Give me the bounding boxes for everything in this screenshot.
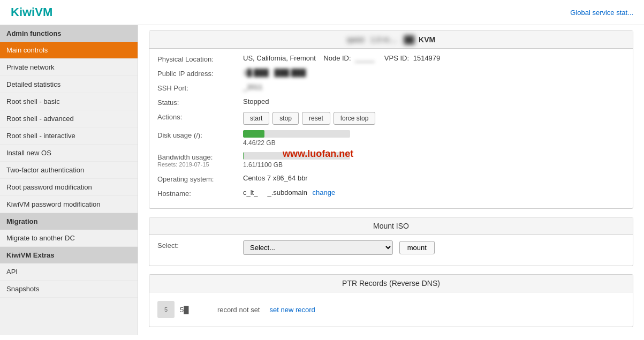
layout: Admin functions Main controls Private ne… [0, 25, 644, 335]
sidebar-item-migrate-dc[interactable]: Migrate to another DC [0, 230, 138, 247]
change-hostname-link[interactable]: change [313, 188, 336, 197]
ptr-records-body: 5 5█ record not set set new record [149, 292, 633, 327]
public-ip-label: Public IP address: [157, 69, 243, 78]
status-label: Status: [157, 97, 243, 107]
sidebar-item-install-new-os[interactable]: Install new OS [0, 145, 138, 162]
disk-usage-text: 4.46/22 GB [243, 139, 625, 147]
force-stop-button[interactable]: force stop [334, 112, 376, 125]
ptr-records-panel: PTR Records (Reverse DNS) 5 5█ record no… [149, 274, 633, 327]
disk-progress-fill [243, 130, 264, 138]
bandwidth-reset: Resets: 2019-07-15 [157, 161, 243, 168]
ptr-row: 5 5█ record not set set new record [157, 298, 625, 321]
node-id-label: Node ID: [323, 54, 351, 62]
main-content: www.luofan.net qwiot 1.0 m.... ██ KVM Ph… [138, 25, 644, 335]
reset-button[interactable]: reset [302, 112, 330, 125]
public-ip-row: Public IP address: 1█.███ ███.███ [157, 69, 625, 78]
header: KiwiVM Global service stat... [0, 0, 644, 25]
actions-row: Actions: start stop reset force stop [157, 112, 625, 125]
kiwi-extras-title: KiwiVM Extras [0, 247, 138, 263]
hostname-value: c_lt_ _.subdomain change [243, 188, 625, 197]
iso-select[interactable]: Select... [243, 240, 393, 255]
ssh-port-value: _2011 [243, 83, 625, 91]
ptr-icon: 5 [157, 301, 175, 318]
physical-location-value: US, California, Fremont Node ID: _____ V… [243, 54, 625, 62]
mount-iso-value: Select... mount [243, 240, 625, 255]
ptr-ip: 5█ [180, 306, 212, 314]
sidebar-item-two-factor-auth[interactable]: Two-factor authentication [0, 162, 138, 179]
disk-progress-container [243, 130, 350, 138]
disk-usage-value: 4.46/22 GB [243, 130, 625, 147]
sidebar-item-root-shell-basic[interactable]: Root shell - basic [0, 93, 138, 110]
vps-id-label: VPS ID: [384, 54, 409, 62]
sidebar-item-api[interactable]: API [0, 263, 138, 281]
mount-iso-panel: Mount ISO Select: Select... mount [149, 217, 633, 266]
os-label: Operating system: [157, 174, 243, 183]
mount-iso-row: Select: Select... mount [157, 240, 625, 255]
ptr-status: record not set [217, 306, 260, 314]
sidebar-item-root-password[interactable]: Root password modification [0, 179, 138, 196]
panel-title-blurred: qwiot 1.0 m.... ██ [347, 35, 414, 44]
sidebar-item-root-shell-interactive[interactable]: Root shell - interactive [0, 127, 138, 145]
admin-functions-title: Admin functions [0, 25, 138, 42]
panel-body: Physical Location: US, California, Fremo… [149, 49, 633, 208]
mount-button[interactable]: mount [399, 241, 435, 254]
hostname-label: Hostname: [157, 188, 243, 198]
bandwidth-row: Bandwidth usage: Resets: 2019-07-15 1.61… [157, 152, 625, 169]
vps-id-value: 1514979 [413, 54, 441, 62]
sidebar-item-detailed-statistics[interactable]: Detailed statistics [0, 76, 138, 93]
sidebar-item-private-network[interactable]: Private network [0, 59, 138, 76]
global-service-link[interactable]: Global service stat... [570, 9, 633, 17]
watermark: www.luofan.net [283, 148, 353, 160]
panel-title-kvm: KVM [419, 35, 435, 44]
hostname-text: c_lt_ _.subdomain [243, 188, 307, 197]
stop-button[interactable]: stop [272, 112, 299, 125]
action-buttons: start stop reset force stop [243, 112, 625, 125]
os-row: Operating system: Centos 7 x86_64 bbr [157, 174, 625, 183]
set-new-record-link[interactable]: set new record [270, 306, 315, 314]
status-row: Status: Stopped [157, 97, 625, 107]
ssh-port-row: SSH Port: _2011 [157, 83, 625, 92]
sidebar-item-main-controls[interactable]: Main controls [0, 42, 138, 59]
actions-label: Actions: [157, 112, 243, 121]
sidebar-item-snapshots[interactable]: Snapshots [0, 281, 138, 298]
mount-iso-header: Mount ISO [149, 217, 633, 235]
bandwidth-label: Bandwidth usage: Resets: 2019-07-15 [157, 152, 243, 168]
panel-header: qwiot 1.0 m.... ██ KVM [149, 31, 633, 49]
sidebar-item-kiwi-password[interactable]: KiwiVM password modification [0, 196, 138, 213]
sidebar-item-root-shell-advanced[interactable]: Root shell - advanced [0, 110, 138, 127]
mount-iso-body: Select: Select... mount [149, 235, 633, 266]
os-value: Centos 7 x86_64 bbr [243, 174, 625, 182]
physical-location-row: Physical Location: US, California, Fremo… [157, 54, 625, 63]
migration-title: Migration [0, 213, 138, 230]
ptr-records-header: PTR Records (Reverse DNS) [149, 275, 633, 292]
mount-iso-select-label: Select: [157, 240, 243, 250]
hostname-row: Hostname: c_lt_ _.subdomain change [157, 188, 625, 198]
disk-usage-row: Disk usage (/): 4.46/22 GB [157, 130, 625, 147]
bandwidth-usage-text: 1.61/1100 GB [243, 161, 625, 169]
main-controls-panel: qwiot 1.0 m.... ██ KVM Physical Location… [149, 31, 633, 209]
logo: KiwiVM [11, 5, 52, 19]
start-button[interactable]: start [243, 112, 269, 125]
ssh-port-label: SSH Port: [157, 83, 243, 92]
node-id-value: _____ [355, 54, 374, 62]
physical-location-label: Physical Location: [157, 54, 243, 63]
sidebar: Admin functions Main controls Private ne… [0, 25, 138, 335]
status-value: Stopped [243, 97, 625, 105]
public-ip-value: 1█.███ ███.███ [243, 69, 625, 77]
disk-usage-label: Disk usage (/): [157, 130, 243, 139]
